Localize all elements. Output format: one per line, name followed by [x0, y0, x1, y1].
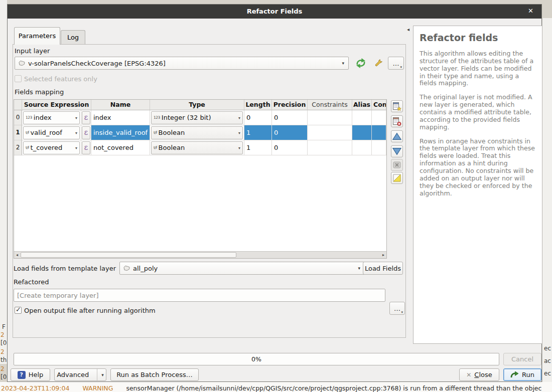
bg-text-fragment: ec — [544, 345, 551, 352]
add-field-button[interactable] — [391, 100, 403, 112]
scrollbar-thumb[interactable] — [21, 252, 236, 258]
check-icon: ✓ — [16, 306, 21, 313]
run-as-batch-button[interactable]: Run as Batch Process… — [110, 368, 199, 381]
type-combo[interactable]: 123 Integer (32 bit) ▾ — [151, 111, 243, 124]
dialog-titlebar[interactable]: Refactor Fields ✕ — [8, 5, 541, 19]
bg-text-fragment: ac — [544, 357, 551, 364]
move-up-button[interactable] — [391, 130, 403, 142]
advanced-button[interactable]: Advanced ▾ — [54, 368, 106, 381]
constraints-cell[interactable] — [308, 140, 352, 155]
iterate-button[interactable] — [354, 57, 368, 70]
table-row-selected[interactable]: 1 t/f valid_roof ▾ ε inside_valid_roof t… — [14, 125, 386, 140]
help-label: Help — [29, 371, 44, 378]
table-row[interactable]: 2 t/f t_covered ▾ ε not_covered t/f Bool… — [14, 140, 386, 155]
advanced-options-button[interactable] — [372, 57, 385, 70]
collapse-panel-icon[interactable]: ◂ — [407, 27, 409, 32]
cancel-button[interactable]: Cancel — [503, 353, 541, 365]
help-icon: ? — [18, 371, 26, 379]
open-output-checkbox[interactable]: ✓ — [15, 307, 22, 314]
scroll-left-icon[interactable]: ◂ — [14, 252, 20, 258]
col-source-expression[interactable]: Source Expression — [22, 100, 91, 110]
log-level: WARNING — [82, 384, 113, 392]
scroll-right-icon[interactable]: ▸ — [380, 252, 386, 258]
ellipsis-icon: … — [394, 305, 400, 312]
comment-cell[interactable] — [372, 125, 386, 140]
chevron-down-icon: ▾ — [75, 115, 77, 120]
chevron-down-icon: ▾ — [75, 145, 77, 150]
source-expression-combo[interactable]: t/f t_covered ▾ — [23, 141, 80, 154]
template-layer-label: Load fields from template layer — [14, 265, 116, 272]
col-constraints[interactable]: Constraints — [308, 100, 352, 110]
boolean-type-icon: t/f — [26, 130, 29, 135]
help-button[interactable]: ? Help — [11, 368, 50, 381]
row-number[interactable]: 0 — [14, 110, 22, 125]
selected-features-checkbox[interactable] — [15, 75, 22, 82]
table-row[interactable]: 0 123 index ▾ ε index 123 Integer (32 bi… — [14, 110, 386, 125]
col-comment[interactable]: Con — [372, 100, 386, 110]
chevron-down-icon: ▾ — [358, 266, 360, 271]
template-layer-combo[interactable]: all_poly ▾ — [119, 262, 365, 275]
precision-cell[interactable]: 0 — [272, 110, 308, 125]
name-cell[interactable]: inside_valid_roof — [91, 125, 150, 140]
constraints-cell[interactable] — [308, 110, 352, 125]
delete-field-icon — [392, 117, 401, 126]
alias-cell[interactable] — [352, 140, 372, 155]
run-label: Run — [522, 371, 534, 378]
cancel-label: Cancel — [511, 355, 533, 363]
source-expression-combo[interactable]: t/f valid_roof ▾ — [23, 126, 80, 139]
advanced-label: Advanced — [57, 371, 89, 378]
input-layer-combo[interactable]: v-solarPanelsCheckCoverage [EPSG:4326] ▾ — [15, 57, 349, 70]
move-down-button[interactable] — [391, 145, 403, 157]
input-layer-browse-button[interactable]: … ▾ — [388, 57, 404, 70]
comment-cell[interactable] — [372, 140, 386, 155]
precision-cell[interactable]: 0 — [272, 140, 308, 155]
length-cell[interactable]: 0 — [244, 110, 272, 125]
horizontal-scrollbar[interactable]: ◂ ▸ — [14, 251, 386, 258]
close-icon[interactable]: ✕ — [528, 7, 533, 15]
row-number[interactable]: 2 — [14, 140, 22, 155]
col-type[interactable]: Type — [150, 100, 244, 110]
comment-cell[interactable] — [372, 110, 386, 125]
fields-mapping-label: Fields mapping — [15, 88, 64, 96]
type-combo[interactable]: t/f Boolean ▾ — [151, 141, 243, 154]
tab-log[interactable]: Log — [61, 30, 85, 45]
source-expression-combo[interactable]: 123 index ▾ — [23, 111, 80, 124]
output-browse-button[interactable]: … ▾ — [389, 302, 405, 315]
type-combo[interactable]: t/f Boolean ▾ — [151, 126, 243, 139]
output-field[interactable]: [Create temporary layer] — [14, 289, 385, 302]
load-fields-button[interactable]: Load Fields — [363, 262, 403, 275]
col-precision[interactable]: Precision — [272, 100, 308, 110]
help-paragraph: The original layer is not modified. A ne… — [420, 94, 536, 131]
layer-diagonal-icon — [392, 173, 401, 182]
background-right-strip — [542, 18, 552, 382]
chevron-down-icon: ▾ — [75, 130, 77, 135]
selected-features-label: Selected features only — [24, 75, 97, 83]
constraints-cell[interactable] — [308, 125, 352, 140]
load-fields-from-layer-button[interactable] — [391, 172, 403, 184]
alias-cell[interactable] — [352, 125, 372, 140]
arrow-up-icon — [392, 132, 402, 141]
name-cell[interactable]: not_covered — [91, 140, 150, 155]
length-cell[interactable]: 1 — [244, 125, 272, 140]
tab-parameters[interactable]: Parameters — [14, 27, 60, 45]
close-button[interactable]: ✕ Close — [459, 368, 499, 381]
row-number[interactable]: 1 — [14, 125, 22, 140]
expression-builder-button[interactable]: ε — [82, 126, 90, 139]
boolean-type-icon: t/f — [154, 145, 157, 150]
log-message: sensorManager (/home/ismailsunni/dev/cpp… — [126, 384, 541, 392]
col-length[interactable]: Length — [244, 100, 272, 110]
output-placeholder: [Create temporary layer] — [17, 292, 99, 299]
expression-builder-button[interactable]: ε — [82, 141, 90, 154]
clear-fields-button[interactable] — [391, 159, 403, 171]
precision-cell[interactable]: 0 — [272, 125, 308, 140]
delete-field-button[interactable] — [391, 115, 403, 127]
col-alias[interactable]: Alias — [352, 100, 372, 110]
bg-text-fragment: F — [2, 323, 6, 330]
name-cell[interactable]: index — [91, 110, 150, 125]
batch-label: Run as Batch Process… — [116, 371, 193, 378]
run-button[interactable]: Run — [503, 368, 541, 381]
expression-builder-button[interactable]: ε — [82, 111, 90, 124]
length-cell[interactable]: 1 — [244, 140, 272, 155]
col-name[interactable]: Name — [91, 100, 150, 110]
alias-cell[interactable] — [352, 110, 372, 125]
